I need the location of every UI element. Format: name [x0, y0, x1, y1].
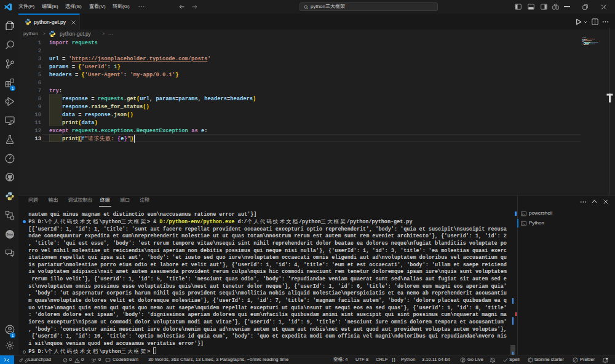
svg-text:Json: Json	[6, 233, 13, 236]
